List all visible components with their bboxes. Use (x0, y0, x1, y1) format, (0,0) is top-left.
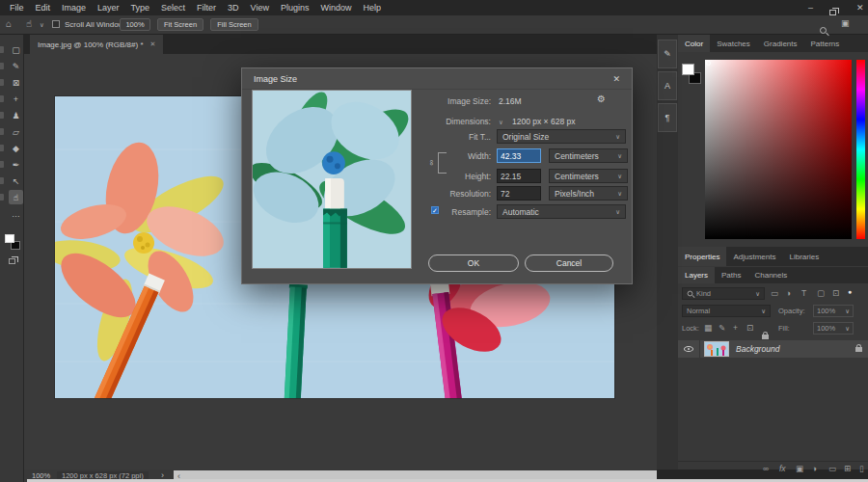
menu-image[interactable]: Image (56, 3, 92, 13)
adjustment-layer-icon[interactable]: ◑ (812, 464, 817, 473)
clipped-tool-icon[interactable] (0, 46, 4, 53)
clipped-tool-icon[interactable] (0, 161, 4, 168)
zoom-100-button[interactable]: 100% (120, 18, 150, 31)
tab-channels[interactable]: Channels (747, 267, 794, 283)
lock-transparency-icon[interactable]: ▦ (704, 323, 712, 333)
tab-color[interactable]: Color (678, 35, 710, 52)
restore-window-icon[interactable] (829, 5, 836, 20)
resolution-unit-dropdown[interactable]: Pixels/Inch ∨ (549, 186, 628, 201)
fit-screen-button[interactable]: Fit Screen (157, 18, 203, 31)
blur-tool-icon[interactable]: ◆ (9, 141, 23, 155)
height-unit-dropdown[interactable]: Centimeters ∨ (549, 169, 628, 183)
tab-libraries[interactable]: Libraries (783, 247, 827, 266)
foreground-color-swatch-panel[interactable] (682, 64, 694, 75)
crop-tool-icon[interactable]: ⊠ (9, 75, 23, 90)
eraser-tool-icon[interactable]: ▱ (9, 124, 23, 139)
clipped-tool-icon[interactable] (0, 194, 4, 201)
gear-icon[interactable]: ⚙ (597, 94, 606, 104)
home-icon[interactable]: ⌂ (6, 18, 12, 29)
menu-3d[interactable]: 3D (222, 3, 245, 13)
menu-window[interactable]: Window (315, 3, 358, 13)
resample-dropdown[interactable]: Automatic ∨ (497, 204, 626, 219)
pen-tool-icon[interactable]: ✒ (9, 157, 23, 172)
fill-field[interactable]: 100% ∨ (813, 322, 854, 335)
close-tab-icon[interactable]: ✕ (150, 40, 156, 48)
workspace-switcher-icon[interactable]: ▣ (841, 18, 850, 28)
color-gradient-field[interactable] (705, 60, 852, 239)
layer-filter-search[interactable]: Kind ∨ (682, 287, 765, 300)
hue-slider[interactable] (856, 60, 865, 239)
menu-select[interactable]: Select (155, 3, 191, 13)
layer-visibility-eye-icon[interactable] (684, 346, 693, 352)
color-gradient-selector[interactable] (706, 61, 711, 66)
cancel-button[interactable]: Cancel (525, 254, 613, 272)
clone-stamp-tool-icon[interactable]: ♟ (9, 108, 23, 122)
lasso-tool-icon[interactable]: ✎ (9, 59, 23, 73)
resolution-input[interactable] (497, 186, 541, 201)
layer-row-background[interactable]: Background (678, 340, 868, 358)
height-input[interactable] (497, 169, 541, 183)
foreground-color-swatch[interactable] (5, 234, 14, 243)
document-tab[interactable]: Image.jpg @ 100% (RGB/8#) * ✕ (30, 35, 163, 54)
hand-preset-dropdown-icon[interactable]: ∨ (40, 21, 44, 29)
menu-view[interactable]: View (245, 3, 275, 13)
fit-to-dropdown[interactable]: Original Size ∨ (497, 129, 626, 144)
menu-edit[interactable]: Edit (30, 3, 57, 13)
character-panel-icon[interactable]: A (658, 71, 677, 100)
scroll-all-windows-checkbox[interactable] (52, 20, 60, 28)
width-input[interactable] (497, 148, 541, 163)
screen-mode-icon[interactable] (9, 258, 15, 264)
lock-all-icon[interactable] (762, 335, 769, 339)
menu-filter[interactable]: Filter (191, 3, 222, 13)
tab-gradients[interactable]: Gradients (757, 35, 804, 52)
lock-artboard-icon[interactable]: ⊡ (746, 323, 753, 333)
clipped-tool-icon[interactable] (0, 63, 4, 69)
healing-brush-tool-icon[interactable]: + (9, 92, 23, 106)
link-layers-icon[interactable]: ∞ (763, 464, 769, 473)
clipped-tool-icon[interactable] (0, 177, 4, 184)
close-window-icon[interactable]: ✕ (856, 0, 864, 15)
tab-paths[interactable]: Paths (715, 267, 747, 283)
dialog-close-icon[interactable]: ✕ (612, 74, 620, 84)
rectangular-marquee-tool-icon[interactable]: ▢ (9, 42, 23, 57)
filter-pixel-layers-icon[interactable]: ▭ (771, 288, 778, 298)
hand-tool-preset-icon[interactable]: ☝ (26, 18, 32, 29)
layer-group-icon[interactable]: ▭ (828, 464, 836, 473)
menu-layer[interactable]: Layer (92, 3, 125, 13)
tab-patterns[interactable]: Patterns (804, 35, 847, 52)
menu-help[interactable]: Help (358, 3, 388, 13)
ok-button[interactable]: OK (428, 254, 519, 272)
lock-position-icon[interactable]: + (733, 323, 738, 333)
search-icon[interactable] (820, 27, 827, 34)
layer-thumbnail[interactable] (704, 341, 729, 357)
filter-type-layers-icon[interactable]: T (801, 288, 806, 298)
paragraph-panel-icon[interactable]: ¶ (658, 103, 677, 132)
clipped-tool-icon[interactable] (0, 79, 4, 86)
blend-mode-dropdown[interactable]: Normal ∨ (682, 305, 771, 317)
clipped-tool-icon[interactable] (0, 145, 4, 151)
clipped-tool-icon[interactable] (0, 128, 4, 135)
new-layer-icon[interactable]: ⊞ (844, 464, 851, 473)
tab-adjustments[interactable]: Adjustments (726, 247, 782, 266)
more-tools-icon[interactable]: … (9, 206, 23, 221)
clipped-tool-icon[interactable] (0, 112, 4, 119)
layer-effects-icon[interactable]: fx (779, 464, 786, 473)
filter-shape-layers-icon[interactable]: ▢ (817, 288, 825, 298)
direct-selection-tool-icon[interactable]: ↖ (9, 174, 23, 188)
menu-file[interactable]: File (4, 3, 30, 13)
minimize-window-icon[interactable]: – (808, 0, 813, 15)
tab-layers[interactable]: Layers (678, 267, 715, 283)
filter-toggle-icon[interactable]: ● (848, 288, 852, 295)
filter-smart-objects-icon[interactable]: ⊡ (832, 288, 839, 298)
hand-tool-icon[interactable]: ☝ (9, 190, 23, 204)
menu-plugins[interactable]: Plugins (275, 3, 315, 13)
width-unit-dropdown[interactable]: Centimeters ∨ (549, 148, 628, 163)
tab-swatches[interactable]: Swatches (710, 35, 757, 52)
opacity-field[interactable]: 100% ∨ (813, 305, 854, 317)
tab-properties[interactable]: Properties (678, 247, 726, 266)
fill-screen-button[interactable]: Fill Screen (210, 18, 258, 31)
dialog-title-bar[interactable]: Image Size ✕ (242, 68, 632, 90)
menu-type[interactable]: Type (125, 3, 156, 13)
brushes-panel-icon[interactable]: ✎ (658, 40, 677, 68)
filter-adjustment-layers-icon[interactable]: ◑ (786, 288, 791, 298)
